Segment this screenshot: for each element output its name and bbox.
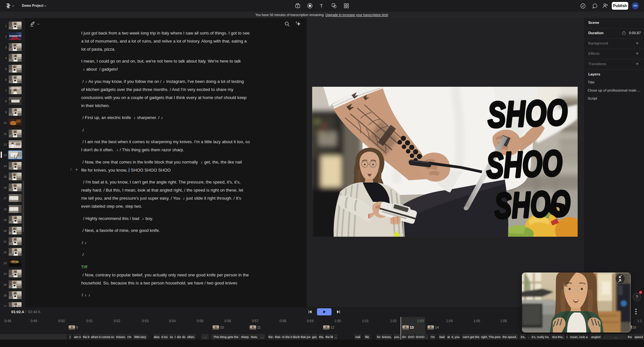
svg-text:SHOO: SHOO — [485, 143, 563, 186]
svg-text:SHOO: SHOO — [487, 92, 568, 135]
svg-text:ELECTRIC: ELECTRIC — [10, 87, 21, 89]
svg-text:SHOO: SHOO — [494, 183, 571, 226]
svg-text:GADGETS!: GADGETS! — [9, 35, 22, 37]
